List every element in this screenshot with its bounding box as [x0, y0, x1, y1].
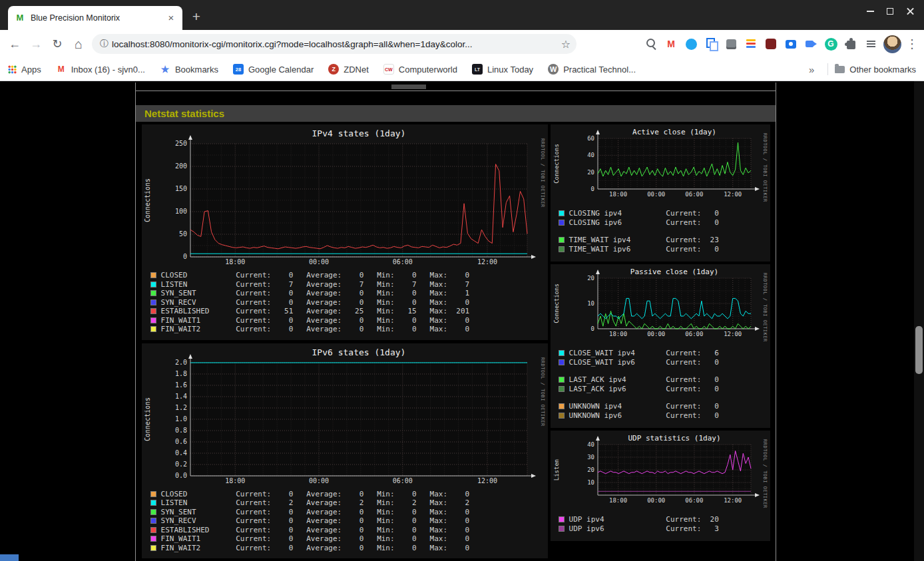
- messenger-extension-icon[interactable]: [682, 35, 700, 53]
- passive-close-chart: 0102018:0000:0006:0012:00Passive close (…: [551, 266, 770, 343]
- legend-row: SYN_RECV Current: 0 Average: 0 Min: 0 Ma…: [150, 516, 548, 526]
- camera-extension-icon[interactable]: [782, 35, 800, 53]
- legend-swatch-icon: [150, 272, 156, 278]
- other-bookmarks[interactable]: Other bookmarks: [835, 65, 916, 75]
- legend-text: CLOSE_WAIT ipv6 Current: 0: [565, 358, 719, 367]
- legend-swatch-icon: [559, 246, 565, 252]
- svg-text:Connections: Connections: [553, 283, 560, 323]
- url-bar[interactable]: ⓘ localhost:8080/monitorix-cgi/monitorix…: [92, 34, 577, 54]
- svg-text:00:00: 00:00: [647, 191, 665, 198]
- legend-text: FIN_WAIT2 Current: 0 Average: 0 Min: 0 M…: [156, 325, 469, 333]
- svg-text:Connections: Connections: [144, 178, 151, 222]
- grammarly-extension-icon[interactable]: G: [822, 35, 839, 53]
- svg-text:00:00: 00:00: [309, 258, 329, 266]
- bookmark-star-icon[interactable]: ☆: [558, 38, 574, 51]
- maximize-button[interactable]: [880, 3, 900, 20]
- legend-text: SYN_RECV Current: 0 Average: 0 Min: 0 Ma…: [156, 298, 469, 307]
- legend-row: ESTABLISHED Current: 0 Average: 0 Min: 0…: [150, 526, 548, 535]
- legend-text: LAST_ACK ipv4 Current: 0: [565, 375, 719, 384]
- svg-text:150: 150: [175, 185, 187, 192]
- page-scrollbar[interactable]: [914, 81, 924, 561]
- titlebar: M Blue Precision Monitorix × +: [0, 0, 924, 30]
- tab-close-icon[interactable]: ×: [165, 12, 177, 24]
- copy-extension-icon[interactable]: [702, 35, 720, 53]
- bookmark-items: MInbox (16) - sjvn0...★Bookmarks28Google…: [56, 64, 802, 75]
- legend-swatch-icon: [559, 359, 565, 365]
- svg-text:IPv6 states (1day): IPv6 states (1day): [312, 347, 406, 357]
- home-button[interactable]: ⌂: [68, 33, 89, 55]
- bookmarks-overflow-icon[interactable]: »: [802, 64, 821, 75]
- bookmark-item[interactable]: MInbox (16) - sjvn0...: [56, 64, 145, 75]
- legend-swatch-icon: [559, 220, 565, 226]
- back-button[interactable]: ←: [4, 33, 25, 55]
- close-window-button[interactable]: [900, 3, 920, 20]
- legend-text: UDP ipv6 Current: 3: [565, 524, 719, 533]
- navigation-bar: ← → ↻ ⌂ ⓘ localhost:8080/monitorix-cgi/m…: [0, 30, 924, 58]
- puzzle-extension-icon[interactable]: [842, 35, 859, 53]
- site-info-icon[interactable]: ⓘ: [100, 38, 112, 50]
- browser-menu-icon[interactable]: ⋮: [904, 33, 920, 55]
- reading-list-extension-icon[interactable]: [862, 35, 879, 53]
- legend-swatch-icon: [150, 326, 156, 332]
- minimize-button[interactable]: [860, 3, 880, 20]
- legend-row: CLOSE_WAIT ipv4 Current: 6: [559, 349, 770, 358]
- notes-extension-icon[interactable]: [722, 35, 740, 53]
- svg-text:UDP statistics (1day): UDP statistics (1day): [628, 434, 720, 443]
- svg-text:Connections: Connections: [553, 144, 560, 184]
- bookmark-label: Computerworld: [399, 65, 457, 75]
- video-extension-icon[interactable]: [802, 35, 819, 53]
- svg-text:0.6: 0.6: [175, 438, 187, 445]
- bookmark-item[interactable]: ★Bookmarks: [160, 64, 218, 75]
- stack-extension-icon[interactable]: [742, 35, 760, 53]
- svg-text:20: 20: [587, 169, 594, 176]
- gmail-extension-icon[interactable]: M: [662, 35, 680, 53]
- svg-text:12:00: 12:00: [724, 497, 742, 504]
- svg-text:00:00: 00:00: [647, 497, 665, 504]
- forward-button[interactable]: →: [25, 33, 47, 55]
- url-text[interactable]: localhost:8080/monitorix-cgi/monitorix.c…: [112, 39, 558, 49]
- svg-text:18:00: 18:00: [609, 497, 627, 504]
- new-tab-button[interactable]: +: [186, 7, 206, 27]
- profile-avatar[interactable]: [883, 35, 901, 53]
- legend-text: FIN_WAIT1 Current: 0 Average: 0 Min: 0 M…: [156, 316, 469, 325]
- passive-close-panel: 0102018:0000:0006:0012:00Passive close (…: [551, 264, 770, 428]
- legend-row: SYN_RECV Current: 0 Average: 0 Min: 0 Ma…: [150, 298, 548, 307]
- svg-text:30: 30: [587, 454, 594, 461]
- legend-text: UNKNOWN ipv6 Current: 0: [565, 411, 719, 420]
- active-close-panel: 020406018:0000:0006:0012:00Active close …: [551, 124, 770, 262]
- bookmark-item[interactable]: ZZDNet: [328, 64, 369, 75]
- svg-text:06:00: 06:00: [685, 331, 703, 337]
- legend-swatch-icon: [559, 237, 565, 243]
- bookmark-item[interactable]: LTLinux Today: [472, 64, 533, 75]
- apps-shortcut[interactable]: Apps: [8, 65, 41, 75]
- svg-text:0.0: 0.0: [175, 472, 187, 479]
- graphs-area: 05010015020025018:0000:0006:0012:00IPv4 …: [136, 122, 776, 558]
- svg-text:18:00: 18:00: [225, 477, 245, 484]
- legend-row: SYN_SENT Current: 0 Average: 0 Min: 0 Ma…: [150, 508, 548, 517]
- scrollbar-thumb[interactable]: [915, 326, 923, 374]
- active-close-chart: 020406018:0000:0006:0012:00Active close …: [551, 126, 770, 204]
- browser-tab[interactable]: M Blue Precision Monitorix ×: [8, 6, 182, 30]
- page-content: Netstat statistics 05010015020025018:000…: [0, 81, 924, 561]
- legend-swatch-icon: [150, 317, 156, 323]
- svg-text:0: 0: [591, 325, 594, 332]
- bookmark-item[interactable]: WPractical Technol...: [548, 64, 636, 75]
- search-extension-icon[interactable]: [642, 35, 660, 53]
- reload-button[interactable]: ↻: [47, 33, 68, 55]
- bookmark-item[interactable]: CWComputerworld: [383, 64, 457, 75]
- legend-text: CLOSED Current: 0 Average: 0 Min: 0 Max:…: [156, 490, 469, 498]
- svg-text:0: 0: [183, 253, 187, 260]
- legend-row: FIN_WAIT1 Current: 0 Average: 0 Min: 0 M…: [150, 316, 548, 325]
- computerworld-favicon-icon: CW: [383, 64, 394, 75]
- legend-swatch-icon: [559, 350, 565, 356]
- legend-row: LISTEN Current: 7 Average: 7 Min: 7 Max:…: [150, 280, 548, 289]
- svg-text:18:00: 18:00: [225, 258, 245, 266]
- bookmark-label: Practical Technol...: [563, 65, 636, 75]
- previous-graph-fragment: [391, 85, 426, 89]
- legend-row: LISTEN Current: 2 Average: 2 Min: 2 Max:…: [150, 498, 548, 508]
- bookmark-item[interactable]: 28Google Calendar: [233, 64, 314, 75]
- legend-row: FIN_WAIT1 Current: 0 Average: 0 Min: 0 M…: [150, 534, 548, 544]
- ipv6-states-chart: 0.00.20.40.60.81.01.21.41.61.82.018:0000…: [142, 345, 547, 488]
- pocket-extension-icon[interactable]: [762, 35, 780, 53]
- legend-text: TIME_WAIT ipv4 Current: 23: [565, 236, 719, 244]
